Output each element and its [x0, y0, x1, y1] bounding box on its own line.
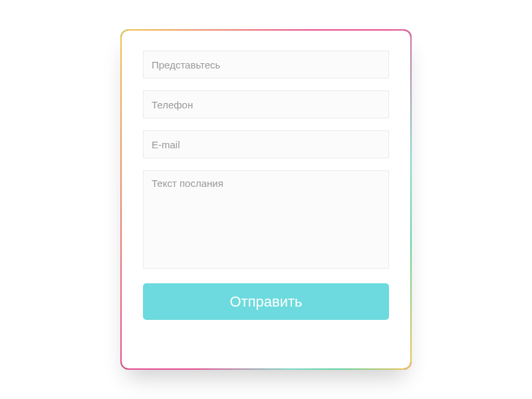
email-input[interactable]: [143, 130, 389, 158]
submit-button[interactable]: Отправить: [143, 283, 389, 320]
name-input[interactable]: [143, 51, 389, 78]
form-wrapper: Отправить: [120, 29, 412, 370]
contact-form: Отправить: [122, 31, 410, 368]
phone-input[interactable]: [143, 90, 389, 118]
message-textarea[interactable]: [143, 170, 389, 269]
